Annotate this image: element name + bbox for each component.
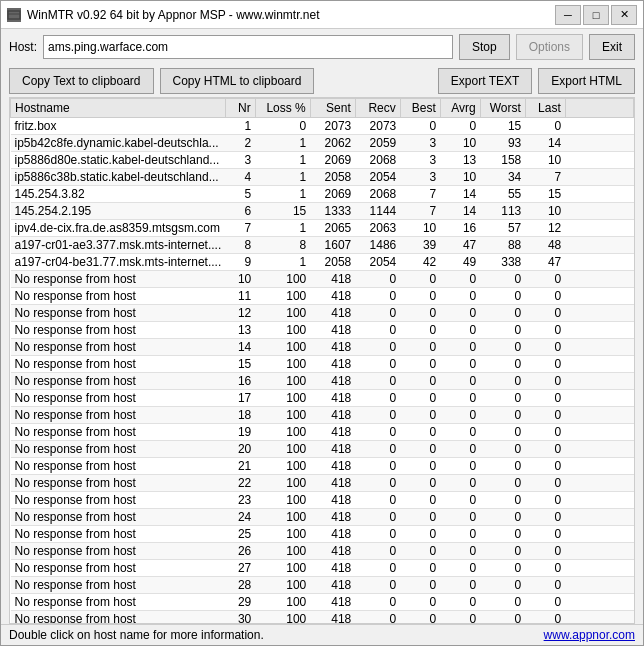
table-cell-15-6: 0 [440,373,480,390]
table-cell-28-extra [565,594,633,611]
table-cell-22-2: 100 [255,492,310,509]
export-text-button[interactable]: Export TEXT [438,68,532,94]
table-row[interactable]: No response from host2310041800000 [11,492,634,509]
table-cell-5-4: 1144 [355,203,400,220]
svg-rect-0 [8,11,20,19]
table-cell-15-3: 418 [310,373,355,390]
table-cell-2-2: 1 [255,152,310,169]
table-cell-2-6: 13 [440,152,480,169]
table-cell-25-8: 0 [525,543,565,560]
table-cell-3-2: 1 [255,169,310,186]
table-cell-3-extra [565,169,633,186]
table-row[interactable]: No response from host2810041800000 [11,577,634,594]
table-row[interactable]: No response from host1710041800000 [11,390,634,407]
table-cell-17-4: 0 [355,407,400,424]
table-cell-1-5: 3 [400,135,440,152]
table-cell-3-4: 2054 [355,169,400,186]
table-row[interactable]: No response from host2110041800000 [11,458,634,475]
table-cell-12-3: 418 [310,322,355,339]
table-body: fritz.box102073207300150ip5b42c8fe.dynam… [11,118,634,625]
exit-button[interactable]: Exit [589,34,635,60]
table-cell-19-6: 0 [440,441,480,458]
table-row[interactable]: ip5b42c8fe.dynamic.kabel-deutschla...212… [11,135,634,152]
table-cell-8-6: 49 [440,254,480,271]
table-cell-24-1: 25 [225,526,255,543]
table-cell-7-6: 47 [440,237,480,254]
table-cell-1-extra [565,135,633,152]
table-row[interactable]: No response from host1510041800000 [11,356,634,373]
table-cell-14-8: 0 [525,356,565,373]
table-cell-3-3: 2058 [310,169,355,186]
table-cell-11-2: 100 [255,305,310,322]
table-cell-13-extra [565,339,633,356]
table-cell-22-1: 23 [225,492,255,509]
main-window: WinMTR v0.92 64 bit by Appnor MSP - www.… [0,0,644,646]
table-cell-11-7: 0 [480,305,525,322]
table-row[interactable]: No response from host2010041800000 [11,441,634,458]
table-cell-17-extra [565,407,633,424]
table-cell-13-8: 0 [525,339,565,356]
export-html-button[interactable]: Export HTML [538,68,635,94]
table-cell-8-4: 2054 [355,254,400,271]
table-cell-23-2: 100 [255,509,310,526]
table-row[interactable]: No response from host2710041800000 [11,560,634,577]
table-row[interactable]: ip5886c38b.static.kabel-deutschland...41… [11,169,634,186]
table-cell-21-7: 0 [480,475,525,492]
table-row[interactable]: 145.254.2.1956151333114471411310 [11,203,634,220]
stop-button[interactable]: Stop [459,34,510,60]
table-cell-7-extra [565,237,633,254]
table-row[interactable]: a197-cr04-be31.77.msk.mts-internet....91… [11,254,634,271]
table-cell-13-2: 100 [255,339,310,356]
host-input[interactable] [43,35,453,59]
table-cell-20-2: 100 [255,458,310,475]
status-link[interactable]: www.appnor.com [544,628,635,642]
table-row[interactable]: No response from host1010041800000 [11,271,634,288]
table-cell-7-1: 8 [225,237,255,254]
table-row[interactable]: No response from host2510041800000 [11,526,634,543]
table-row[interactable]: No response from host1210041800000 [11,305,634,322]
close-button[interactable]: ✕ [611,5,637,25]
table-cell-23-3: 418 [310,509,355,526]
table-row[interactable]: No response from host2410041800000 [11,509,634,526]
minimize-button[interactable]: ─ [555,5,581,25]
table-cell-0-3: 2073 [310,118,355,135]
options-button[interactable]: Options [516,34,583,60]
table-row[interactable]: No response from host2210041800000 [11,475,634,492]
table-cell-4-7: 55 [480,186,525,203]
table-cell-27-5: 0 [400,577,440,594]
table-cell-29-8: 0 [525,611,565,625]
col-header-worst: Worst [480,99,525,118]
table-cell-7-4: 1486 [355,237,400,254]
table-cell-16-1: 17 [225,390,255,407]
table-cell-6-1: 7 [225,220,255,237]
copy-html-button[interactable]: Copy HTML to clipboard [160,68,315,94]
table-cell-22-7: 0 [480,492,525,509]
maximize-button[interactable]: □ [583,5,609,25]
table-row[interactable]: 145.254.3.8251206920687145515 [11,186,634,203]
table-row[interactable]: ipv4.de-cix.fra.de.as8359.mtsgsm.com7120… [11,220,634,237]
table-cell-25-6: 0 [440,543,480,560]
table-row[interactable]: No response from host1910041800000 [11,424,634,441]
copy-text-button[interactable]: Copy Text to clipboard [9,68,154,94]
table-row[interactable]: No response from host2910041800000 [11,594,634,611]
table-row[interactable]: No response from host3010041800000 [11,611,634,625]
table-row[interactable]: No response from host1610041800000 [11,373,634,390]
table-row[interactable]: No response from host1810041800000 [11,407,634,424]
table-cell-20-5: 0 [400,458,440,475]
table-row[interactable]: No response from host2610041800000 [11,543,634,560]
table-row[interactable]: ip5886d80e.static.kabel-deutschland...31… [11,152,634,169]
table-cell-0-extra [565,118,633,135]
table-cell-5-3: 1333 [310,203,355,220]
table-cell-23-extra [565,509,633,526]
table-row[interactable]: fritz.box102073207300150 [11,118,634,135]
table-row[interactable]: No response from host1310041800000 [11,322,634,339]
host-toolbar: Host: Stop Options Exit [1,29,643,65]
table-cell-10-5: 0 [400,288,440,305]
table-row[interactable]: No response from host1110041800000 [11,288,634,305]
table-cell-20-6: 0 [440,458,480,475]
table-row[interactable]: a197-cr01-ae3.377.msk.mts-internet....88… [11,237,634,254]
table-row[interactable]: No response from host1410041800000 [11,339,634,356]
status-hint: Double click on host name for more infor… [9,628,264,642]
table-cell-26-4: 0 [355,560,400,577]
table-cell-10-6: 0 [440,288,480,305]
